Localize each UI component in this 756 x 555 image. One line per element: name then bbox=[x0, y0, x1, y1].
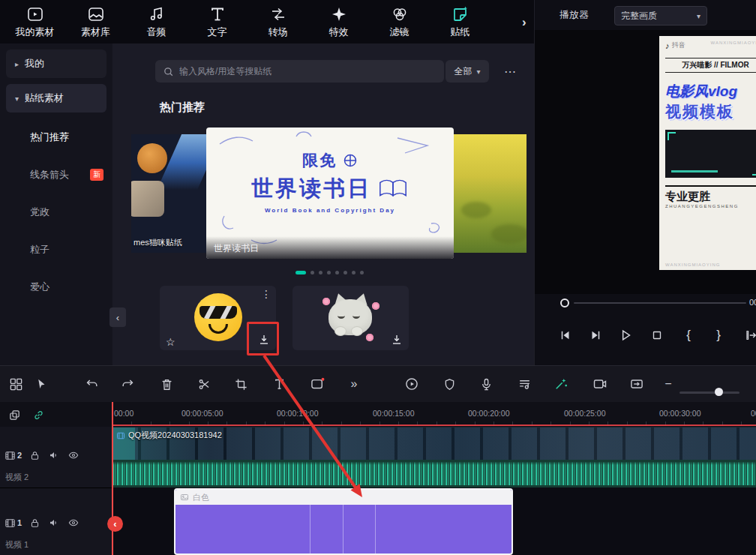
video-preview[interactable]: ♪ 抖音 WANXINGMIAOYING 万兴喵影 // FILMOR 电影风v… bbox=[535, 30, 756, 294]
timeline-ruler[interactable]: 00:00 00:00:05:00 00:00:10:00 00:00:15:0… bbox=[0, 402, 756, 427]
tab-effects[interactable]: 特效 bbox=[308, 0, 369, 44]
mark-out-button[interactable]: } bbox=[709, 326, 728, 345]
carousel-dot[interactable] bbox=[296, 271, 306, 274]
select-cursor-button[interactable] bbox=[32, 374, 51, 394]
text-icon bbox=[208, 5, 226, 23]
mark-in-button[interactable]: { bbox=[679, 326, 698, 345]
text-tool-button[interactable] bbox=[269, 374, 289, 394]
progress-track[interactable] bbox=[574, 302, 746, 304]
voiceover-mic-button[interactable] bbox=[476, 374, 496, 394]
watermark: ♪ 抖音 bbox=[665, 40, 686, 50]
carousel-dot[interactable] bbox=[310, 271, 314, 274]
nav-more-chevron-icon[interactable]: › bbox=[522, 15, 526, 30]
play-button[interactable] bbox=[616, 326, 635, 345]
tab-text[interactable]: 文字 bbox=[187, 0, 248, 44]
player-panel: 播放器 完整画质 ▾ ♪ 抖音 WANXINGMIAOYING 万兴喵影 // … bbox=[534, 0, 756, 365]
carousel-dot[interactable] bbox=[327, 271, 331, 274]
mute-speaker-icon[interactable] bbox=[48, 517, 60, 529]
mask-button[interactable] bbox=[440, 374, 459, 394]
top-nav: 我的素材 素材库 音频 文字 转场 特效 滤镜 贴纸 › bbox=[0, 0, 534, 44]
preview-inner-video bbox=[665, 130, 756, 178]
tab-stickers[interactable]: 贴纸 bbox=[430, 0, 490, 44]
audio-mixer-button[interactable] bbox=[514, 374, 534, 394]
crop-button[interactable] bbox=[231, 374, 250, 394]
tab-transitions[interactable]: 转场 bbox=[248, 0, 308, 44]
add-to-track-button[interactable] bbox=[6, 406, 22, 423]
more-tools-button[interactable]: » bbox=[344, 374, 364, 394]
tab-filters[interactable]: 滤镜 bbox=[369, 0, 430, 44]
carousel-dot[interactable] bbox=[319, 271, 322, 274]
sidebar-collapse-button[interactable]: ‹ bbox=[110, 308, 126, 327]
sidebar-group-mine[interactable]: ▸ 我的 bbox=[6, 50, 106, 78]
visibility-eye-icon[interactable] bbox=[68, 449, 80, 461]
pip-overlay-button[interactable] bbox=[308, 374, 327, 394]
carousel-dot[interactable] bbox=[360, 271, 364, 274]
sidebar-item-line-arrows[interactable]: 线条箭头 新 bbox=[0, 156, 112, 194]
carousel-slide-featured[interactable]: 限免 世界读书日 World Book and Copyright Day 世界… bbox=[206, 128, 454, 259]
title-clip-selected[interactable]: 白色 bbox=[174, 488, 513, 555]
clip-separator bbox=[310, 505, 310, 554]
playhead[interactable] bbox=[112, 402, 113, 555]
carousel-dot[interactable] bbox=[352, 271, 356, 274]
video-clip-filmstrip[interactable]: QQ视频20240303181942 bbox=[112, 427, 756, 460]
prev-frame-button[interactable] bbox=[556, 326, 575, 345]
filter-all-dropdown[interactable]: 全部 ▾ bbox=[446, 60, 489, 82]
tab-label: 音频 bbox=[147, 26, 166, 39]
tab-audio[interactable]: 音频 bbox=[126, 0, 187, 44]
zoom-slider-knob[interactable] bbox=[715, 388, 723, 396]
carousel-slide-cats[interactable]: mes猫咪贴纸 bbox=[131, 134, 206, 253]
carousel-dot[interactable] bbox=[344, 271, 347, 274]
favorite-star-icon[interactable]: ☆ bbox=[166, 337, 176, 347]
lock-icon[interactable] bbox=[29, 518, 40, 529]
visibility-eye-icon[interactable] bbox=[68, 517, 80, 529]
ruler-label: 00:00:10:00 bbox=[277, 409, 318, 418]
cat-thumb-decoration bbox=[131, 181, 164, 217]
tab-stock-library[interactable]: 素材库 bbox=[65, 0, 126, 44]
title-clip-header: 白色 bbox=[176, 490, 512, 505]
delete-button[interactable] bbox=[157, 374, 176, 394]
sidebar-group-sticker-assets[interactable]: ▾ 贴纸素材 bbox=[6, 84, 106, 112]
track-layout-button[interactable] bbox=[6, 374, 26, 394]
quality-label: 完整画质 bbox=[621, 10, 657, 22]
sidebar-item-hearts[interactable]: 爱心 bbox=[0, 268, 112, 306]
kebab-menu-icon[interactable]: ⋮ bbox=[261, 289, 272, 299]
field-decoration bbox=[461, 202, 491, 218]
more-options-button[interactable]: ⋯ bbox=[500, 60, 522, 82]
group-label: 贴纸素材 bbox=[25, 92, 64, 105]
split-scissors-button[interactable] bbox=[194, 374, 214, 394]
undo-button[interactable] bbox=[82, 374, 101, 394]
track-header-video1: 1 视频 1 bbox=[0, 488, 112, 555]
zoom-out-button[interactable]: − bbox=[658, 374, 678, 394]
carousel-slide-flowers[interactable] bbox=[454, 134, 526, 253]
chroma-key-button[interactable] bbox=[551, 374, 571, 394]
sidebar-item-particles[interactable]: 粒子 bbox=[0, 231, 112, 268]
tab-my-media[interactable]: 我的素材 bbox=[4, 0, 65, 44]
speed-button[interactable] bbox=[402, 374, 422, 394]
carousel-dot[interactable] bbox=[335, 271, 339, 274]
download-icon[interactable] bbox=[391, 334, 403, 346]
new-badge: 新 bbox=[90, 169, 104, 181]
sidebar-item-party[interactable]: 党政 bbox=[0, 194, 112, 231]
snapshot-button[interactable] bbox=[742, 326, 756, 345]
sidebar-item-hot[interactable]: 热门推荐 bbox=[0, 118, 112, 156]
search-bar[interactable] bbox=[155, 60, 444, 82]
redo-button[interactable] bbox=[118, 374, 137, 394]
quality-dropdown[interactable]: 完整画质 ▾ bbox=[614, 6, 707, 26]
ruler-label: 00:00:15:00 bbox=[373, 409, 414, 418]
screen-record-button[interactable] bbox=[590, 374, 610, 394]
sticker-card-cat[interactable] bbox=[292, 286, 409, 350]
progress-knob[interactable] bbox=[560, 298, 569, 308]
link-clips-button[interactable] bbox=[30, 406, 46, 423]
lock-icon[interactable] bbox=[29, 450, 40, 461]
stop-button[interactable] bbox=[647, 326, 667, 345]
zoom-slider-track[interactable] bbox=[680, 392, 740, 394]
track-scroll-badge[interactable]: ‹ bbox=[107, 516, 123, 532]
search-input[interactable] bbox=[179, 66, 436, 76]
auto-ripple-button[interactable] bbox=[627, 374, 646, 394]
featured-title: 世界读书日 bbox=[251, 174, 371, 204]
mute-speaker-icon[interactable] bbox=[48, 449, 60, 461]
video-clip-track2[interactable]: QQ视频20240303181942 bbox=[112, 427, 756, 488]
next-frame-button[interactable] bbox=[586, 326, 605, 345]
preview-footer-en: ZHUANGYEGENGSHENG bbox=[665, 204, 756, 208]
audio-waveform[interactable] bbox=[112, 460, 756, 488]
